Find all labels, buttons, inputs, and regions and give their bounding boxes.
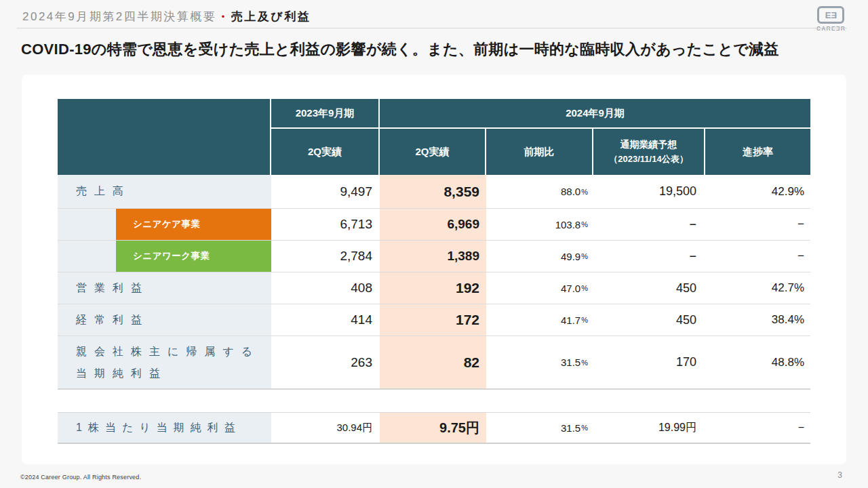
ordinary-income-yoy: 41.7%	[486, 304, 593, 336]
header-yoy: 前期比	[486, 129, 593, 175]
ordinary-income-2023: 414	[271, 304, 380, 336]
senior-work-yoy: 49.9%	[486, 241, 593, 272]
senior-care-yoy: 103.8%	[486, 209, 593, 240]
title-divider	[17, 28, 847, 28]
table-row-ordinary-income: 経常利益 414 172 41.7% 450 38.4%	[58, 304, 810, 336]
senior-work-forecast: −	[593, 241, 705, 272]
header-corner-cell	[58, 99, 271, 175]
row-label: シニアワーク事業	[58, 241, 271, 272]
header-fy2024: 2024年9月期	[380, 99, 810, 129]
headline: COVID-19の特需で恩恵を受けた売上と利益の影響が続く。また、前期は一時的な…	[21, 39, 779, 60]
operating-income-yoy: 47.0%	[486, 272, 593, 304]
row-label: 親会社株主に帰属する 当期純利益	[58, 336, 271, 388]
footer-copyright: ©2024 Career Group. All Rights Reserved.	[20, 474, 141, 481]
eps-progress: −	[705, 413, 810, 443]
operating-income-2023: 408	[271, 272, 380, 304]
net-income-2023: 263	[271, 336, 380, 388]
senior-care-badge: シニアケア事業	[116, 209, 271, 240]
results-table: 2023年9月期 2024年9月期 2Q実績 2Q実績 前期比 通期業績予想 （…	[58, 99, 810, 444]
page-title-topic: 売上及び利益	[231, 10, 311, 23]
net-income-progress: 48.8%	[705, 336, 810, 388]
ordinary-income-forecast: 450	[593, 304, 705, 336]
row-label: 売上高	[58, 175, 271, 208]
header-forecast: 通期業績予想 （2023/11/14公表）	[593, 129, 705, 175]
eps-2024: 9.75円	[380, 413, 486, 443]
ordinary-income-progress: 38.4%	[705, 304, 810, 336]
senior-care-2023: 6,713	[271, 209, 380, 240]
row-label: 経常利益	[58, 304, 271, 336]
sales-progress: 42.9%	[705, 175, 810, 208]
header-2023-q2-actual: 2Q実績	[271, 129, 380, 175]
sales-yoy: 88.0%	[486, 175, 593, 208]
header-forecast-line2: （2023/11/14公表）	[609, 152, 688, 166]
sales-forecast: 19,500	[593, 175, 705, 208]
content-card: 2023年9月期 2024年9月期 2Q実績 2Q実績 前期比 通期業績予想 （…	[22, 75, 846, 464]
table-header: 2023年9月期 2024年9月期 2Q実績 2Q実績 前期比 通期業績予想 （…	[58, 99, 810, 175]
net-income-2024: 82	[380, 336, 486, 388]
eps-forecast: 19.99円	[593, 413, 705, 443]
operating-income-progress: 42.7%	[705, 272, 810, 304]
table-row-senior-work: シニアワーク事業 2,784 1,389 49.9% − −	[58, 241, 810, 272]
header-2024-q2-actual: 2Q実績	[380, 129, 486, 175]
senior-care-progress: −	[705, 209, 810, 240]
senior-work-badge: シニアワーク事業	[116, 241, 271, 272]
page-number: 3	[837, 470, 842, 480]
row-label: 営業利益	[58, 272, 271, 304]
sales-2024: 8,359	[380, 175, 486, 208]
header-fy2023: 2023年9月期	[271, 99, 380, 129]
table-row-sales: 売上高 9,497 8,359 88.0% 19,500 42.9%	[58, 175, 810, 209]
operating-income-forecast: 450	[593, 272, 705, 304]
net-income-forecast: 170	[593, 336, 705, 388]
table-row-eps: 1株当たり当期純利益 30.94円 9.75円 31.5% 19.99円 −	[58, 412, 810, 444]
table-row-operating-income: 営業利益 408 192 47.0% 450 42.7%	[58, 272, 810, 304]
title-separator-dot: ・	[217, 10, 231, 23]
table-row-net-income: 親会社株主に帰属する 当期純利益 263 82 31.5% 170 48.8%	[58, 336, 810, 390]
ordinary-income-2024: 172	[380, 304, 486, 336]
logo-mark-icon: EƎ	[817, 6, 844, 24]
header-forecast-line1: 通期業績予想	[620, 138, 677, 152]
sales-2023: 9,497	[271, 175, 380, 208]
table-gap	[58, 390, 810, 412]
table-row-senior-care: シニアケア事業 6,713 6,969 103.8% − −	[58, 209, 810, 241]
eps-yoy: 31.5%	[486, 413, 593, 443]
logo-text: CAREƎR	[816, 25, 846, 32]
net-income-yoy: 31.5%	[486, 336, 593, 388]
row-label: シニアケア事業	[58, 209, 271, 240]
senior-care-2024: 6,969	[380, 209, 486, 240]
operating-income-2024: 192	[380, 272, 486, 304]
senior-work-progress: −	[705, 241, 810, 272]
eps-2023: 30.94円	[271, 413, 380, 443]
senior-work-2024: 1,389	[380, 241, 486, 272]
page-title-section: 2024年9月期第2四半期決算概要	[22, 10, 216, 23]
header-progress: 進捗率	[705, 129, 810, 175]
senior-care-forecast: −	[593, 209, 705, 240]
row-label: 1株当たり当期純利益	[58, 413, 271, 443]
senior-work-2023: 2,784	[271, 241, 380, 272]
page-title: 2024年9月期第2四半期決算概要・売上及び利益	[22, 9, 311, 24]
